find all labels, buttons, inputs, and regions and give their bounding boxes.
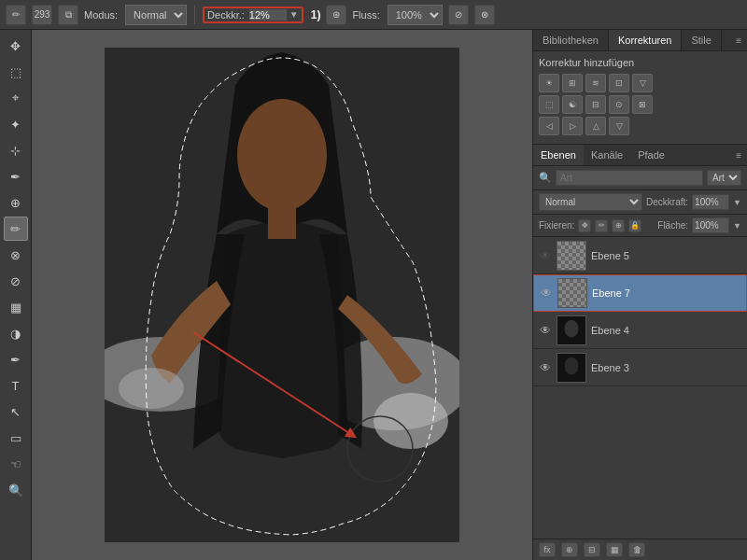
tool-crop[interactable]: ⊹: [4, 138, 28, 162]
corr-exposure[interactable]: ⊡: [609, 74, 629, 92]
fix-pixel-icon[interactable]: ✏: [595, 219, 608, 232]
corrections-row-1: ☀ ⊞ ≋ ⊡ ▽: [539, 74, 741, 92]
tool-stamp[interactable]: ⊗: [4, 243, 28, 267]
canvas-background: [32, 30, 532, 560]
corr-colorbalance[interactable]: ☯: [562, 95, 583, 114]
tool-lasso[interactable]: ⌖: [4, 86, 28, 110]
tool-spot-heal[interactable]: ⊕: [4, 190, 28, 215]
layer-item-ebene5[interactable]: 👁 Ebene 5: [533, 237, 747, 274]
svg-point-3: [237, 99, 327, 211]
layer-name-ebene3: Ebene 3: [591, 362, 741, 373]
corrections-panel: Korrektur hinzufügen ☀ ⊞ ≋ ⊡ ▽ ⬚ ☯ ⊟ ⊙ ⊠…: [533, 51, 747, 145]
tool-shape[interactable]: ▭: [4, 426, 28, 450]
tool-marquee[interactable]: ⬚: [4, 60, 28, 84]
pressure-icon[interactable]: ⊘: [448, 5, 469, 25]
group-layers-button[interactable]: ▦: [606, 542, 623, 557]
corr-selective-color[interactable]: ▷: [562, 117, 583, 135]
fluss-label: Fluss:: [352, 9, 379, 21]
tool-hand[interactable]: ☜: [4, 452, 28, 476]
corr-vibrance[interactable]: ▽: [632, 74, 653, 92]
tool-brush[interactable]: ✏: [4, 217, 28, 241]
layer-name-ebene4: Ebene 4: [591, 325, 741, 336]
tool-eraser[interactable]: ⊘: [4, 269, 28, 293]
brush-tool-icon[interactable]: ✏: [6, 5, 26, 25]
corr-hsl[interactable]: ⬚: [539, 95, 559, 114]
tab-kanaele[interactable]: Kanäle: [584, 145, 630, 165]
tab-korrekturen[interactable]: Korrekturen: [609, 30, 682, 50]
deckkraft-label: Deckkraft:: [646, 197, 688, 207]
tool-magic-wand[interactable]: ✦: [4, 112, 28, 136]
corr-gradient-map[interactable]: ◁: [539, 117, 559, 135]
fix-move-icon[interactable]: ⊕: [612, 219, 625, 232]
layers-bottom-bar: fx ⊕ ⊟ ▦ 🗑: [533, 539, 747, 560]
layer-item-ebene3[interactable]: 👁 Ebene 3: [533, 349, 747, 386]
deckkraft-value-input[interactable]: [692, 194, 729, 210]
add-mask-button[interactable]: ⊕: [561, 542, 578, 557]
tab-stile[interactable]: Stile: [682, 30, 721, 50]
corr-photo-filter[interactable]: ⊙: [609, 95, 629, 114]
corr-levels[interactable]: ⊞: [562, 74, 583, 92]
annotation-1-label: 1): [311, 8, 321, 21]
layer-thumb-ebene5: [557, 241, 586, 271]
tool-text[interactable]: T: [4, 373, 28, 398]
tab-pfade[interactable]: Pfade: [630, 145, 672, 165]
layers-blend-options: Normal Deckkraft: ▼: [533, 190, 747, 215]
corrections-row-3: ◁ ▷ △ ▽: [539, 117, 741, 135]
tool-dodge[interactable]: ◑: [4, 321, 28, 345]
toggle-icon[interactable]: ⧉: [58, 5, 78, 25]
layers-search-bar: 🔍 Art: [533, 166, 747, 190]
layer-eye-ebene5[interactable]: 👁: [539, 249, 552, 262]
layers-panel: Ebenen Kanäle Pfade ≡ 🔍 Art: [533, 145, 747, 560]
layer-item-ebene4[interactable]: 👁 Ebene 4: [533, 312, 747, 349]
deckkraft-dropdown-arrow[interactable]: ▼: [733, 198, 741, 207]
tool-eyedropper[interactable]: ✒: [4, 164, 28, 189]
layer-eye-ebene7[interactable]: 👁: [540, 287, 553, 300]
layer-eye-ebene4[interactable]: 👁: [539, 324, 552, 337]
extra-icon[interactable]: ⊗: [474, 5, 495, 25]
layers-tabs: Ebenen Kanäle Pfade ≡: [533, 145, 747, 166]
blend-mode-select[interactable]: Normal: [539, 193, 642, 211]
corr-bw[interactable]: ⊟: [585, 95, 606, 114]
fix-position-icon[interactable]: ✥: [578, 219, 591, 232]
layer-name-ebene7: Ebene 7: [592, 287, 740, 299]
brush-size-display[interactable]: 293: [32, 5, 52, 25]
search-icon: 🔍: [539, 172, 552, 184]
corrections-title: Korrektur hinzufügen: [539, 57, 741, 68]
layer-eye-ebene3[interactable]: 👁: [539, 361, 552, 374]
layers-search-input[interactable]: [556, 170, 703, 186]
fix-lock-icon[interactable]: 🔒: [628, 219, 641, 232]
tool-zoom[interactable]: 🔍: [4, 478, 28, 502]
add-layer-button[interactable]: ⊟: [584, 542, 600, 557]
top-toolbar: ✏ 293 ⧉ Modus: Normal Deckkr.: ▼ 1) ⊛ Fl…: [0, 0, 747, 30]
tool-gradient[interactable]: ▦: [4, 295, 28, 319]
corr-posterize[interactable]: ▽: [609, 117, 629, 135]
svg-rect-4: [268, 202, 296, 239]
flaeche-dropdown-arrow[interactable]: ▼: [733, 221, 741, 231]
airbrush-icon[interactable]: ⊛: [326, 5, 346, 25]
fluss-select[interactable]: 100%: [388, 5, 443, 25]
right-panel: Bibliotheken Korrekturen Stile ≡ Korrekt…: [532, 30, 747, 560]
tab-bibliotheken[interactable]: Bibliotheken: [533, 30, 609, 50]
svg-point-5: [119, 368, 184, 409]
tool-move[interactable]: ✥: [4, 34, 28, 58]
flaeche-value-input[interactable]: [692, 217, 729, 233]
corr-curves[interactable]: ≋: [585, 74, 606, 92]
canvas-area[interactable]: [32, 30, 532, 560]
layers-filter-select[interactable]: Art: [707, 170, 741, 186]
tab-ebenen[interactable]: Ebenen: [533, 145, 584, 165]
deckkraft-arrow[interactable]: ▼: [289, 9, 299, 20]
corr-brightness[interactable]: ☀: [539, 74, 559, 92]
corr-threshold[interactable]: △: [585, 117, 606, 135]
panel-collapse-btn[interactable]: ≡: [730, 32, 747, 49]
tool-pen[interactable]: ✒: [4, 347, 28, 371]
deckkraft-group: Deckkr.: ▼: [203, 7, 303, 23]
layer-thumb-ebene4: [557, 315, 586, 345]
layer-item-ebene7[interactable]: 👁 Ebene 7: [533, 274, 747, 312]
fx-button[interactable]: fx: [539, 542, 556, 557]
layers-collapse-btn[interactable]: ≡: [730, 147, 747, 164]
modus-select[interactable]: Normal: [125, 5, 187, 25]
tool-path-select[interactable]: ↖: [4, 399, 28, 424]
delete-layer-button[interactable]: 🗑: [628, 542, 645, 557]
deckkraft-input[interactable]: [249, 9, 287, 21]
corr-channel-mixer[interactable]: ⊠: [632, 95, 653, 114]
